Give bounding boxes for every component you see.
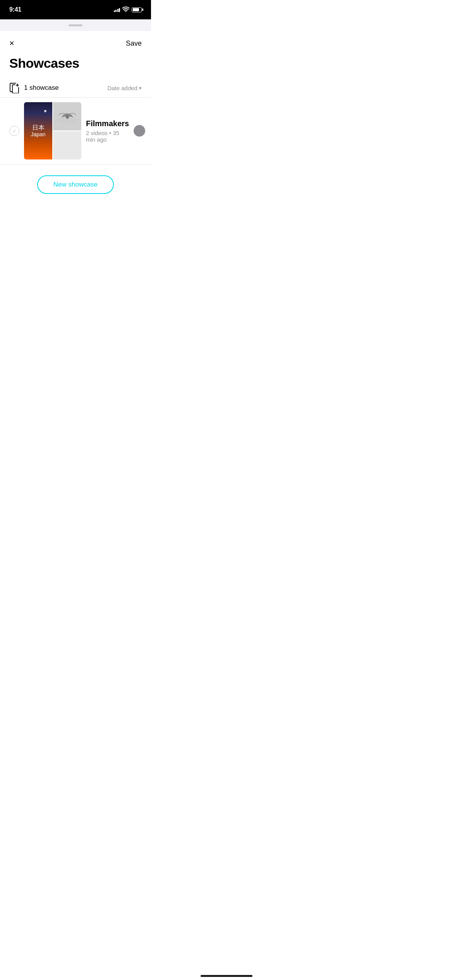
- chevron-down-icon: ▾: [139, 85, 142, 91]
- count-row: 1 showcase Date added ▾: [0, 79, 151, 98]
- showcase-name: Filmmakers: [86, 119, 129, 128]
- thumbnail-main: 日本 Japan: [24, 102, 52, 159]
- showcase-meta: 2 videos • 35 min ago: [86, 130, 129, 143]
- battery-icon: [132, 7, 142, 12]
- new-showcase-container: New showcase: [0, 164, 151, 205]
- wifi-icon: [122, 7, 129, 13]
- sheet-handle: [69, 24, 82, 26]
- checkmark-icon: ✓: [12, 128, 17, 134]
- main-sheet: × Save Showcases 1 showcase Date added ▾…: [0, 31, 151, 205]
- select-checkbox[interactable]: ✓: [9, 126, 19, 136]
- showcase-info: Filmmakers 2 videos • 35 min ago: [86, 119, 129, 143]
- save-button[interactable]: Save: [126, 39, 142, 48]
- showcase-count: 1 showcase: [24, 84, 59, 92]
- thumbnail-bottom-right: [53, 131, 81, 159]
- showcase-more-button[interactable]: [134, 125, 145, 137]
- showcase-add-icon: [9, 82, 20, 93]
- kanji-text: 日本: [32, 124, 45, 131]
- showcase-thumbnail: 日本 Japan: [24, 102, 81, 159]
- showcase-item[interactable]: ✓ 日本 Japan: [0, 98, 151, 164]
- signal-icon: [114, 7, 120, 12]
- thumbnail-top-right: [53, 102, 81, 130]
- status-time: 9:41: [9, 6, 21, 13]
- japan-text: Japan: [31, 131, 45, 137]
- status-icons: [114, 7, 142, 13]
- sheet-handle-area: [0, 19, 151, 31]
- nav-bar: × Save: [0, 31, 151, 53]
- status-bar: 9:41: [0, 0, 151, 19]
- bird-illustration: [56, 107, 79, 126]
- new-showcase-button[interactable]: New showcase: [37, 175, 114, 194]
- svg-point-6: [66, 115, 69, 119]
- sort-button[interactable]: Date added ▾: [107, 85, 142, 91]
- sort-label: Date added: [107, 85, 137, 91]
- page-title: Showcases: [0, 53, 151, 79]
- close-button[interactable]: ×: [9, 39, 14, 48]
